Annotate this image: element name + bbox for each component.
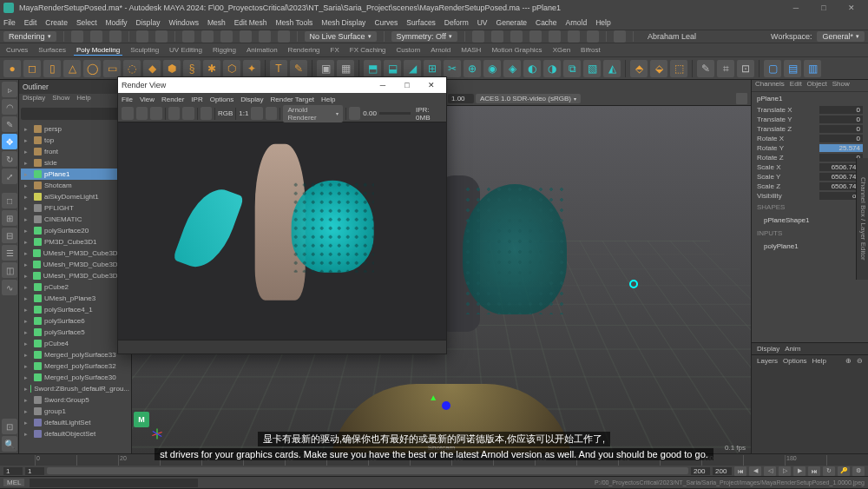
- shelf-bevel-icon[interactable]: ◢: [404, 60, 421, 77]
- undo-icon[interactable]: [136, 30, 148, 43]
- outliner-item[interactable]: ▸aiSkyDomeLight1: [21, 191, 129, 202]
- shelf-tab-sculpting[interactable]: Sculpting: [128, 45, 161, 55]
- play-fwd-button[interactable]: ▷: [779, 466, 791, 476]
- symmetry-dropdown[interactable]: Symmetry: Off: [391, 31, 457, 42]
- render-thumbnails[interactable]: [118, 340, 446, 354]
- render-view-close-button[interactable]: ✕: [420, 79, 443, 91]
- outliner-item[interactable]: ▸polySurface20: [21, 225, 129, 236]
- shelf-bridge-icon[interactable]: ⬓: [384, 60, 401, 77]
- rv-menu-options[interactable]: Options: [210, 96, 234, 103]
- attr-label[interactable]: Translate Y: [757, 116, 792, 123]
- shelf-quad-draw-icon[interactable]: ▧: [583, 60, 601, 77]
- loop-button[interactable]: ↻: [823, 466, 835, 476]
- attr-value-input[interactable]: 0: [819, 106, 863, 114]
- shelf-planar-icon[interactable]: ▤: [784, 60, 801, 77]
- renderer-dropdown[interactable]: Arnold Renderer: [283, 105, 342, 122]
- attr-label[interactable]: Translate Z: [757, 125, 792, 133]
- layout-persp-icon[interactable]: ◫: [2, 262, 17, 278]
- shelf-tab-fx-caching[interactable]: FX Caching: [347, 45, 389, 55]
- outliner-item[interactable]: ▸pCube2: [21, 281, 129, 293]
- channel-box-tab-vertical[interactable]: Channel Box / Layer Editor: [856, 158, 868, 280]
- outliner-item[interactable]: ▸Shotcam: [21, 180, 129, 191]
- shelf-svg-icon[interactable]: ✎: [290, 60, 307, 77]
- menu-display[interactable]: Display: [136, 18, 161, 27]
- save-scene-icon[interactable]: [109, 30, 122, 43]
- new-scene-icon[interactable]: [71, 30, 83, 43]
- cb-tab-object[interactable]: Object: [807, 80, 827, 91]
- rotate-manipulator[interactable]: [629, 280, 638, 288]
- render-settings-icon[interactable]: [529, 30, 542, 43]
- shelf-tab-curves[interactable]: Curves: [3, 45, 30, 55]
- render-image-area[interactable]: [118, 122, 446, 340]
- shelf-disc-icon[interactable]: ◌: [123, 60, 141, 77]
- outliner-item[interactable]: ▸Merged_polySurface33: [21, 349, 129, 360]
- redo-render-icon[interactable]: [122, 107, 134, 120]
- delete-layer-icon[interactable]: ⊖: [857, 357, 863, 365]
- attr-label[interactable]: Rotate X: [757, 135, 784, 142]
- attr-label[interactable]: Rotate Z: [757, 154, 784, 162]
- rv-exposure-input[interactable]: 0.00: [363, 109, 377, 117]
- outliner-item[interactable]: ▸PM3D_Cube3D1: [21, 236, 129, 248]
- shelf-tab-uv-editing[interactable]: UV Editing: [167, 45, 205, 55]
- menu-select[interactable]: Select: [76, 18, 97, 27]
- snapshot-icon[interactable]: [150, 107, 162, 120]
- outliner-item[interactable]: ▸Merged_polySurface32: [21, 360, 129, 372]
- shelf-insert-loop-icon[interactable]: ⊞: [424, 60, 441, 77]
- toggle-panel-icon[interactable]: [614, 30, 626, 43]
- shelf-smooth-icon[interactable]: ◐: [523, 60, 541, 77]
- outliner-item[interactable]: ▸top: [21, 135, 129, 146]
- menu-surfaces[interactable]: Surfaces: [406, 18, 436, 27]
- scale-tool-icon[interactable]: ⤢: [2, 169, 17, 184]
- range-start-input[interactable]: 1: [3, 467, 23, 475]
- snap-point-icon[interactable]: [240, 30, 252, 43]
- select-tool-icon[interactable]: ▹: [2, 82, 17, 97]
- cb-tab-channels[interactable]: Channels: [755, 80, 785, 91]
- shelf-boolean-inter-icon[interactable]: ⬚: [670, 60, 687, 77]
- live-surface-dropdown[interactable]: No Live Surface: [305, 31, 377, 42]
- translate-z-handle[interactable]: [442, 401, 450, 410]
- attr-value-input[interactable]: 25.574: [819, 144, 863, 152]
- shelf-uv-icon[interactable]: ▢: [764, 60, 781, 77]
- shelf-super-icon[interactable]: ✦: [243, 60, 260, 77]
- attr-label[interactable]: Rotate Y: [757, 144, 784, 152]
- shelf-cone-icon[interactable]: △: [63, 60, 81, 77]
- help-menu[interactable]: Help: [812, 357, 826, 365]
- attr-label[interactable]: Visibility: [757, 192, 782, 200]
- menu-mesh[interactable]: Mesh: [207, 18, 226, 27]
- attr-label[interactable]: Translate X: [757, 106, 792, 114]
- gamma-input[interactable]: 1.00: [448, 94, 474, 103]
- rv-menu-display[interactable]: Display: [240, 96, 263, 103]
- shelf-pipe-icon[interactable]: ⬢: [163, 60, 181, 77]
- outliner-item[interactable]: ▸Merged_polySurface30: [21, 372, 129, 383]
- outliner-menu-show[interactable]: Show: [52, 94, 69, 106]
- snap-plane-icon[interactable]: [259, 30, 271, 43]
- layout-graph-icon[interactable]: ∿: [2, 280, 17, 295]
- outliner-item[interactable]: ▸UMesh_PM3D_Cube3D1_4: [21, 270, 129, 281]
- shelf-mirror-icon[interactable]: ⧉: [563, 60, 581, 77]
- shelf-boolean-diff-icon[interactable]: ⬙: [650, 60, 667, 77]
- shelf-tab-mash[interactable]: MASH: [458, 45, 483, 55]
- snap-live-icon[interactable]: [278, 30, 290, 43]
- outliner-item[interactable]: ▸side: [21, 157, 129, 169]
- light-editor-icon[interactable]: [568, 30, 580, 43]
- outliner-item[interactable]: ▸pCube4: [21, 338, 129, 349]
- workspace-dropdown[interactable]: General*: [817, 31, 865, 42]
- viewport-settings-icon[interactable]: [736, 93, 747, 104]
- step-fwd-button[interactable]: ▶: [793, 466, 806, 476]
- shelf-multicut-icon[interactable]: ✂: [444, 60, 461, 77]
- menu-edit[interactable]: Edit: [24, 18, 37, 27]
- time-ticks[interactable]: 020406080100120140160180200: [0, 454, 868, 466]
- paint-select-icon[interactable]: ✎: [2, 116, 17, 132]
- add-layer-icon[interactable]: ⊕: [845, 357, 852, 365]
- menu-help[interactable]: Help: [595, 18, 610, 27]
- outliner-item[interactable]: ▸group1: [21, 406, 129, 417]
- attr-value-input[interactable]: 0: [819, 125, 863, 133]
- outliner-item[interactable]: ▸front: [21, 146, 129, 157]
- shelf-crease-icon[interactable]: ◭: [603, 60, 621, 77]
- shelf-tab-xgen[interactable]: XGen: [550, 45, 573, 55]
- magnify-icon[interactable]: 🔍: [2, 436, 17, 452]
- render-frame-icon[interactable]: [491, 30, 503, 43]
- keep-image-icon[interactable]: [266, 107, 278, 120]
- shelf-cylinder-icon[interactable]: ▯: [43, 60, 61, 77]
- rv-menu-render-target[interactable]: Render Target: [271, 96, 315, 103]
